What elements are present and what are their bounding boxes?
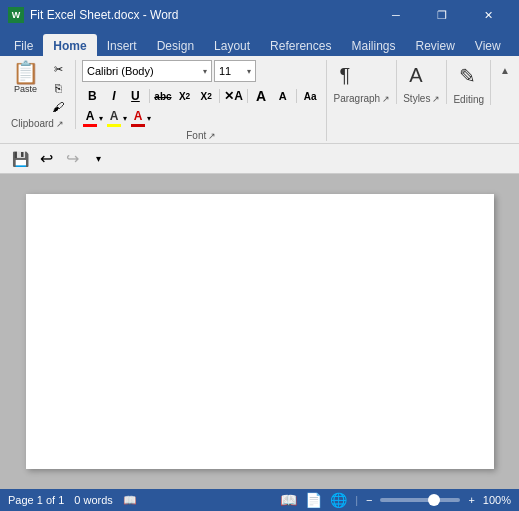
italic-button[interactable]: I: [104, 86, 125, 106]
editing-button[interactable]: ✎: [453, 60, 482, 92]
title-bar-left: W Fit Excel Sheet.docx - Word: [8, 7, 179, 23]
font-format-row: B I U abc X2 X2 ✕A A A Aa: [82, 86, 320, 106]
highlight-button[interactable]: A: [106, 108, 122, 128]
clear-format-button[interactable]: ✕A: [223, 86, 244, 106]
zoom-level[interactable]: 100%: [483, 494, 511, 506]
sep1: [149, 89, 150, 103]
tab-references[interactable]: References: [260, 34, 341, 56]
subscript-button[interactable]: X2: [174, 86, 195, 106]
ribbon-collapse-button[interactable]: ▲: [497, 62, 513, 78]
paste-icon: 📋: [12, 62, 39, 84]
cut-button[interactable]: ✂: [47, 60, 69, 78]
view-mode-read[interactable]: 📖: [280, 492, 297, 508]
editing-label: Editing: [453, 92, 484, 105]
sep3: [247, 89, 248, 103]
editing-content: ✎: [453, 60, 482, 92]
ribbon-tabs: File Home Insert Design Layout Reference…: [0, 30, 519, 56]
styles-button[interactable]: A: [403, 60, 428, 91]
font-label: Font ↗: [82, 128, 320, 141]
word-count: 0 words: [74, 494, 113, 506]
ribbon-body: 📋 Paste ✂ ⎘ 🖌 Clipboard ↗ Calibri (Body: [0, 56, 519, 144]
tab-view[interactable]: View: [465, 34, 511, 56]
zoom-slider[interactable]: [380, 498, 460, 502]
change-case-button[interactable]: Aa: [300, 86, 321, 106]
superscript-button[interactable]: X2: [196, 86, 217, 106]
tab-design[interactable]: Design: [147, 34, 204, 56]
minimize-button[interactable]: ─: [373, 0, 419, 30]
restore-button[interactable]: ❐: [419, 0, 465, 30]
zoom-out-button[interactable]: −: [366, 494, 372, 506]
font-name-row: Calibri (Body) ▾ 11 ▾: [82, 60, 320, 82]
clipboard-group: 📋 Paste ✂ ⎘ 🖌 Clipboard ↗: [6, 60, 76, 129]
text-color-chevron[interactable]: ▾: [147, 114, 151, 123]
paragraph-button[interactable]: ¶: [333, 60, 356, 91]
redo-button[interactable]: ↪: [60, 147, 84, 171]
font-size-decrease-button[interactable]: A: [272, 86, 293, 106]
document-page[interactable]: [26, 194, 494, 469]
styles-group: A Styles ↗: [403, 60, 447, 104]
editing-icon: ✎: [459, 64, 476, 88]
tab-addins[interactable]: Add-ins: [511, 34, 519, 56]
strikethrough-button[interactable]: abc: [153, 86, 174, 106]
font-size-increase-button[interactable]: A: [251, 86, 272, 106]
clipboard-sub: ✂ ⎘ 🖌: [47, 60, 69, 116]
view-mode-web[interactable]: 🌐: [330, 492, 347, 508]
tab-review[interactable]: Review: [405, 34, 464, 56]
styles-expand-icon[interactable]: ↗: [432, 94, 440, 104]
zoom-thumb[interactable]: [428, 494, 440, 506]
document-area: [0, 174, 519, 489]
word-icon: W: [8, 7, 24, 23]
font-color-row: A ▾ A ▾ A ▾: [82, 108, 320, 128]
quick-access-more-button[interactable]: ▾: [86, 147, 110, 171]
styles-content: A: [403, 60, 428, 91]
tab-file[interactable]: File: [4, 34, 43, 56]
font-name-dropdown[interactable]: Calibri (Body) ▾: [82, 60, 212, 82]
underline-button[interactable]: U: [125, 86, 146, 106]
highlight-bar: [107, 124, 121, 127]
highlight-chevron[interactable]: ▾: [123, 114, 127, 123]
font-name-chevron: ▾: [203, 67, 207, 76]
status-right: 📖 📄 🌐 | − + 100%: [280, 492, 511, 508]
paragraph-icon: ¶: [339, 64, 350, 87]
tab-mailings[interactable]: Mailings: [341, 34, 405, 56]
format-painter-button[interactable]: 🖌: [47, 98, 69, 116]
clipboard-expand-icon[interactable]: ↗: [56, 119, 64, 129]
paste-button[interactable]: 📋 Paste: [6, 60, 45, 96]
status-left: Page 1 of 1 0 words 📖: [8, 494, 137, 507]
paragraph-expand-icon[interactable]: ↗: [382, 94, 390, 104]
font-content: Calibri (Body) ▾ 11 ▾ B I U abc X2 X2: [82, 60, 320, 128]
text-color-bar: [131, 124, 145, 127]
view-mode-print[interactable]: 📄: [305, 492, 322, 508]
zoom-in-button[interactable]: +: [468, 494, 474, 506]
text-color-button[interactable]: A: [130, 108, 146, 128]
close-button[interactable]: ✕: [465, 0, 511, 30]
title-bar: W Fit Excel Sheet.docx - Word ─ ❐ ✕: [0, 0, 519, 30]
separator-v: |: [355, 494, 358, 506]
font-color-button[interactable]: A: [82, 108, 98, 128]
save-button[interactable]: 💾: [8, 147, 32, 171]
document-content[interactable]: [26, 194, 494, 394]
paragraph-group: ¶ Paragraph ↗: [333, 60, 397, 104]
font-color-chevron[interactable]: ▾: [99, 114, 103, 123]
styles-icon: A: [409, 64, 422, 87]
font-group: Calibri (Body) ▾ 11 ▾ B I U abc X2 X2: [82, 60, 327, 141]
bold-button[interactable]: B: [82, 86, 103, 106]
tab-layout[interactable]: Layout: [204, 34, 260, 56]
clipboard-content: 📋 Paste ✂ ⎘ 🖌: [6, 60, 69, 116]
copy-button[interactable]: ⎘: [47, 79, 69, 97]
proofing-icon[interactable]: 📖: [123, 494, 137, 507]
paste-label: Paste: [14, 84, 37, 94]
undo-button[interactable]: ↩: [34, 147, 58, 171]
app-window: W Fit Excel Sheet.docx - Word ─ ❐ ✕ File…: [0, 0, 519, 511]
quick-access-toolbar: 💾 ↩ ↪ ▾: [0, 144, 519, 174]
tab-insert[interactable]: Insert: [97, 34, 147, 56]
font-size-chevron: ▾: [247, 67, 251, 76]
tab-home[interactable]: Home: [43, 34, 96, 56]
font-size-dropdown[interactable]: 11 ▾: [214, 60, 256, 82]
sep2: [219, 89, 220, 103]
window-title: Fit Excel Sheet.docx - Word: [30, 8, 179, 22]
font-color-bar: [83, 124, 97, 127]
page-info: Page 1 of 1: [8, 494, 64, 506]
font-expand-icon[interactable]: ↗: [208, 131, 216, 141]
clipboard-label: Clipboard ↗: [6, 116, 69, 129]
